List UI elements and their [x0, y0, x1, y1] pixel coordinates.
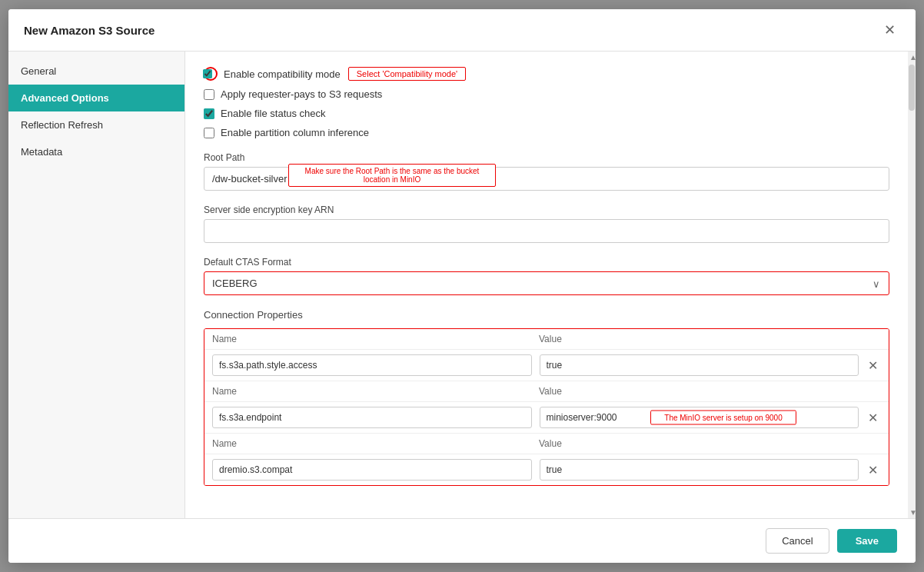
checkbox-row-requester: Apply requester-pays to S3 requests — [204, 88, 889, 100]
enable-partition-label: Enable partition column inference — [221, 127, 369, 138]
connection-properties-title: Connection Properties — [204, 309, 889, 321]
default-ctas-select[interactable]: ICEBERG PARQUET ORC — [204, 271, 889, 295]
prop-row-1: ✕ — [204, 349, 889, 381]
prop-value-header: Value — [539, 334, 858, 344]
sidebar-item-general[interactable]: General — [8, 58, 184, 85]
modal-footer: Cancel Save — [8, 518, 916, 563]
enable-file-status-checkbox[interactable] — [204, 108, 214, 119]
scroll-down-arrow[interactable]: ▼ — [908, 507, 916, 518]
cancel-button[interactable]: Cancel — [766, 528, 829, 554]
root-path-field: Root Path Make sure the Root Path is the… — [204, 152, 889, 191]
apply-requester-label: Apply requester-pays to S3 requests — [221, 88, 382, 100]
sidebar-item-reflection-refresh[interactable]: Reflection Refresh — [8, 111, 184, 138]
prop-value-header-2: Value — [539, 386, 858, 397]
compatibility-annotation: Select 'Compatibility mode' — [348, 67, 466, 81]
minIO-annotation: The MinIO server is setup on 9000 — [650, 411, 796, 425]
server-encryption-input[interactable] — [204, 219, 889, 243]
enable-file-status-label: Enable file status check — [221, 108, 326, 119]
server-encryption-field: Server side encryption key ARN — [204, 205, 889, 243]
prop-name-input-1[interactable] — [212, 354, 532, 376]
default-ctas-label: Default CTAS Format — [204, 257, 889, 268]
modal-title: New Amazon S3 Source — [24, 24, 155, 37]
close-button[interactable]: ✕ — [879, 20, 900, 40]
enable-compatibility-label: Enable compatibility mode — [224, 68, 341, 80]
root-path-annotation: Make sure the Root Path is the same as t… — [288, 164, 496, 187]
scroll-up-arrow[interactable]: ▲ — [908, 52, 916, 63]
prop-name-header-2: Name — [212, 386, 531, 397]
modal-header: New Amazon S3 Source ✕ — [8, 9, 916, 52]
sidebar-item-metadata[interactable]: Metadata — [8, 138, 184, 165]
sidebar-item-advanced-options[interactable]: Advanced Options — [8, 85, 184, 111]
prop-value-input-1[interactable] — [540, 354, 859, 376]
checkbox-row-compatibility: Enable compatibility mode Select 'Compat… — [204, 67, 889, 81]
sidebar: General Advanced Options Reflection Refr… — [8, 52, 185, 518]
prop-delete-btn-1[interactable]: ✕ — [865, 357, 881, 374]
content-scroll-wrapper: Enable compatibility mode Select 'Compat… — [185, 52, 916, 518]
prop-delete-btn-2[interactable]: ✕ — [865, 409, 881, 427]
root-path-label: Root Path — [204, 152, 889, 163]
compatibility-circle-annotation — [204, 67, 218, 81]
scrollbar-thumb[interactable] — [909, 65, 915, 111]
checkbox-row-partition: Enable partition column inference — [204, 127, 889, 138]
checkboxes-section: Enable compatibility mode Select 'Compat… — [204, 67, 889, 138]
scrollbar[interactable]: ▲ ▼ — [908, 52, 916, 518]
prop-row-3: ✕ — [204, 454, 889, 485]
prop-row-2: ✕ The MinIO server is setup on 9000 — [204, 401, 889, 433]
prop-name-header: Name — [212, 334, 531, 344]
enable-compatibility-checkbox[interactable] — [203, 69, 212, 78]
prop-header-row-3: Name Value — [204, 433, 889, 454]
prop-value-header-3: Value — [539, 438, 858, 449]
prop-value-input-3[interactable] — [540, 459, 859, 481]
prop-name-header-3: Name — [212, 438, 531, 449]
apply-requester-checkbox[interactable] — [204, 89, 214, 100]
default-ctas-select-wrapper: ICEBERG PARQUET ORC — [204, 271, 889, 295]
server-encryption-label: Server side encryption key ARN — [204, 205, 889, 215]
checkbox-row-file-status: Enable file status check — [204, 108, 889, 119]
connection-properties-box: Name Value ✕ — [204, 328, 889, 486]
prop-header-row: Name Value — [204, 329, 889, 349]
default-ctas-field: Default CTAS Format ICEBERG PARQUET ORC — [204, 257, 889, 295]
connection-properties-section: Connection Properties Name Value — [204, 309, 889, 486]
save-button[interactable]: Save — [837, 529, 897, 553]
prop-name-input-3[interactable] — [212, 459, 532, 481]
enable-partition-checkbox[interactable] — [204, 128, 214, 138]
prop-name-input-2[interactable] — [212, 407, 532, 428]
content-area: Enable compatibility mode Select 'Compat… — [185, 52, 908, 518]
prop-delete-btn-3[interactable]: ✕ — [865, 461, 881, 479]
prop-header-row-2: Name Value — [204, 381, 889, 401]
modal-body: General Advanced Options Reflection Refr… — [8, 52, 916, 518]
